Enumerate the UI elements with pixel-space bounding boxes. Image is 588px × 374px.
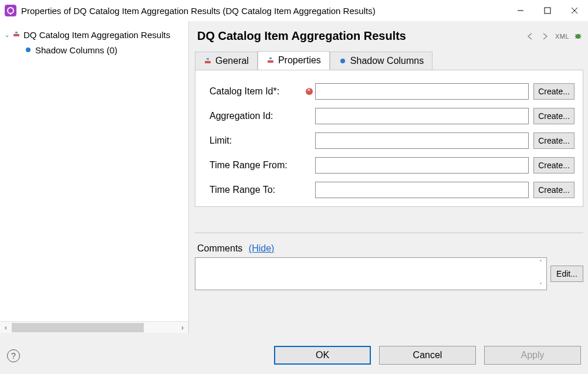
scroll-down-icon[interactable]: ˅ [539, 282, 542, 288]
limit-input[interactable] [315, 132, 529, 149]
aggregation-id-label: Aggregation Id: [209, 111, 303, 121]
aggregation-id-create-button[interactable]: Create... [533, 108, 575, 124]
comments-vscrollbar[interactable]: ˄ ˅ [535, 258, 546, 290]
ok-button[interactable]: OK [274, 346, 371, 365]
nav-back-icon[interactable] [527, 33, 536, 40]
svg-point-0 [8, 8, 13, 13]
comments-label: Comments [197, 243, 242, 253]
shadow-tab-icon [339, 57, 347, 65]
svg-rect-17 [268, 60, 273, 63]
close-button[interactable] [561, 0, 588, 21]
svg-line-13 [575, 38, 576, 39]
titlebar: Properties of DQ Catalog Item Aggregatio… [0, 0, 588, 21]
page-title: DQ Catalog Item Aggregation Results [197, 29, 406, 43]
svg-rect-15 [205, 61, 211, 63]
cancel-button[interactable]: Cancel [379, 346, 476, 365]
catalog-item-id-create-button[interactable]: Create... [533, 83, 575, 100]
limit-label: Limit: [209, 135, 303, 146]
tree-caret-icon[interactable]: ⌄ [2, 32, 12, 38]
nav-forward-icon[interactable] [541, 33, 550, 40]
bullet-icon [23, 45, 33, 55]
svg-line-11 [575, 34, 576, 35]
tree-hscrollbar[interactable]: ‹ › [0, 321, 188, 333]
svg-rect-6 [13, 34, 19, 36]
time-from-input[interactable] [315, 157, 529, 174]
step-icon [12, 30, 21, 39]
comments-hide-link[interactable]: (Hide) [249, 243, 275, 253]
separator [195, 233, 583, 234]
catalog-item-id-input[interactable] [315, 83, 529, 100]
time-from-create-button[interactable]: Create... [533, 157, 575, 174]
properties-tabpage: Catalog Item Id*: Create... Aggregation … [195, 70, 583, 207]
comments-edit-button[interactable]: Edit... [550, 266, 583, 282]
help-button[interactable]: ? [7, 349, 20, 362]
comments-textarea[interactable]: ˄ ˅ [195, 257, 547, 290]
maximize-button[interactable] [534, 0, 561, 21]
window-title: Properties of DQ Catalog Item Aggregatio… [21, 6, 376, 16]
bug-icon[interactable] [574, 32, 582, 40]
svg-rect-7 [15, 32, 18, 33]
app-icon [5, 5, 16, 16]
xml-button[interactable]: XML [555, 33, 569, 40]
catalog-item-id-label: Catalog Item Id*: [209, 86, 303, 97]
time-to-input[interactable] [315, 182, 529, 198]
tree-child-label: Shadow Columns (0) [35, 45, 117, 55]
time-to-label: Time Range To: [209, 185, 303, 195]
svg-rect-1 [10, 13, 11, 15]
svg-rect-3 [545, 8, 550, 13]
svg-rect-18 [269, 57, 272, 59]
scroll-left-icon[interactable]: ‹ [0, 322, 12, 334]
aggregation-id-input[interactable] [315, 108, 529, 124]
tab-general[interactable]: General [195, 52, 258, 70]
tab-properties[interactable]: Properties [258, 51, 330, 70]
svg-point-8 [576, 34, 580, 39]
properties-tab-icon [266, 56, 275, 64]
tree-panel: ⌄ DQ Catalog Item Aggregation Results Sh… [0, 21, 189, 333]
limit-create-button[interactable]: Create... [533, 132, 575, 149]
apply-button[interactable]: Apply [484, 346, 581, 365]
svg-line-12 [580, 34, 581, 35]
time-to-create-button[interactable]: Create... [533, 182, 575, 198]
error-icon [303, 88, 315, 95]
general-tab-icon [204, 57, 212, 65]
scroll-up-icon[interactable]: ˄ [539, 259, 542, 266]
tab-shadow-columns[interactable]: Shadow Columns [330, 52, 432, 70]
tree-root-label: DQ Catalog Item Aggregation Results [23, 30, 170, 40]
tree-child-shadow-columns[interactable]: Shadow Columns (0) [0, 42, 188, 57]
time-from-label: Time Range From: [209, 160, 303, 171]
svg-rect-16 [207, 58, 209, 60]
minimize-button[interactable] [507, 0, 534, 21]
svg-line-14 [580, 38, 581, 39]
scroll-right-icon[interactable]: › [177, 322, 188, 334]
tree-root[interactable]: ⌄ DQ Catalog Item Aggregation Results [0, 27, 188, 42]
